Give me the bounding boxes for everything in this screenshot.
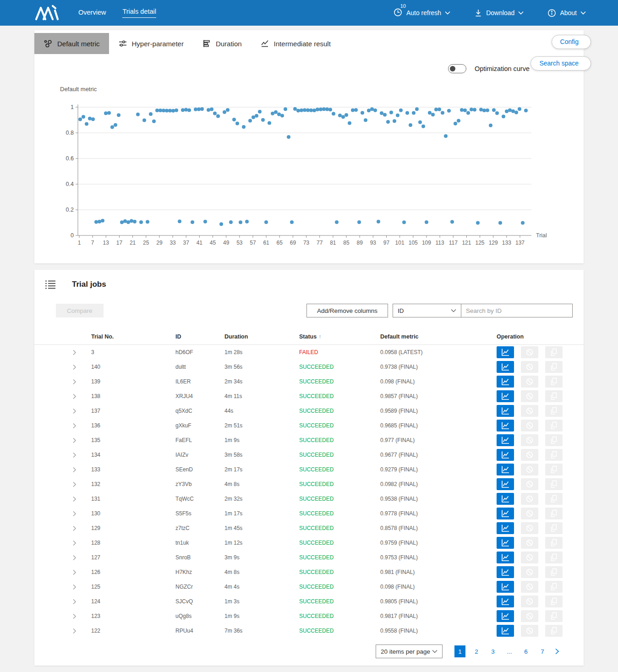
expand-row-button[interactable]: [46, 599, 91, 605]
show-intermediate-button[interactable]: [497, 434, 514, 446]
scatter-point[interactable]: [428, 111, 432, 115]
scatter-point[interactable]: [152, 120, 156, 123]
scatter-point[interactable]: [255, 114, 258, 118]
scatter-point[interactable]: [361, 111, 364, 115]
scatter-point[interactable]: [287, 135, 290, 139]
scatter-point[interactable]: [431, 113, 435, 116]
scatter-point[interactable]: [463, 109, 467, 112]
copy-trial-button[interactable]: [545, 434, 563, 446]
scatter-point[interactable]: [412, 111, 416, 115]
scatter-point[interactable]: [133, 220, 137, 224]
scatter-point[interactable]: [165, 109, 169, 113]
expand-row-button[interactable]: [46, 379, 91, 385]
scatter-point[interactable]: [277, 112, 281, 116]
scatter-point[interactable]: [505, 109, 509, 113]
scatter-point[interactable]: [514, 111, 518, 115]
scatter-point[interactable]: [229, 220, 233, 224]
kill-trial-button[interactable]: [521, 449, 538, 461]
column-header-trial-no[interactable]: Trial No.: [91, 333, 175, 340]
column-header-duration[interactable]: Duration: [224, 333, 299, 340]
scatter-point[interactable]: [252, 115, 255, 119]
scatter-point[interactable]: [364, 118, 367, 122]
scatter-point[interactable]: [351, 108, 355, 112]
show-intermediate-button[interactable]: [497, 405, 514, 417]
scatter-point[interactable]: [216, 115, 220, 118]
scatter-point[interactable]: [454, 122, 457, 126]
expand-row-button[interactable]: [46, 452, 91, 458]
show-intermediate-button[interactable]: [497, 346, 514, 358]
show-intermediate-button[interactable]: [497, 508, 514, 519]
scatter-point[interactable]: [213, 111, 217, 115]
scatter-point[interactable]: [380, 111, 383, 115]
scatter-point[interactable]: [502, 115, 505, 118]
scatter-point[interactable]: [245, 220, 249, 224]
kill-trial-button[interactable]: [521, 405, 538, 417]
kill-trial-button[interactable]: [521, 625, 538, 637]
expand-row-button[interactable]: [46, 408, 91, 414]
scatter-point[interactable]: [325, 107, 329, 111]
scatter-point[interactable]: [377, 220, 380, 224]
scatter-point[interactable]: [194, 108, 197, 111]
scatter-point[interactable]: [82, 115, 85, 119]
scatter-point[interactable]: [492, 108, 496, 112]
scatter-point[interactable]: [239, 220, 242, 224]
scatter-point[interactable]: [85, 122, 88, 126]
scatter-point[interactable]: [328, 108, 332, 111]
scatter-point[interactable]: [191, 220, 194, 224]
page-number-2[interactable]: 2: [471, 645, 482, 657]
copy-trial-button[interactable]: [545, 493, 563, 505]
nav-trials-detail[interactable]: Trials detail: [122, 8, 156, 18]
scatter-point[interactable]: [303, 108, 306, 112]
show-intermediate-button[interactable]: [497, 522, 514, 534]
kill-trial-button[interactable]: [521, 346, 538, 358]
page-number-1[interactable]: 1: [454, 645, 465, 657]
scatter-point[interactable]: [178, 219, 181, 223]
scatter-point[interactable]: [168, 109, 172, 113]
search-space-button[interactable]: Search space: [530, 56, 591, 71]
scatter-point[interactable]: [114, 123, 117, 127]
scatter-point[interactable]: [136, 113, 140, 116]
scatter-point[interactable]: [88, 117, 92, 120]
scatter-point[interactable]: [268, 121, 271, 125]
scatter-point[interactable]: [319, 108, 323, 111]
copy-trial-button[interactable]: [545, 610, 563, 622]
copy-trial-button[interactable]: [545, 478, 563, 490]
scatter-point[interactable]: [232, 118, 236, 121]
scatter-point[interactable]: [139, 220, 143, 224]
scatter-point[interactable]: [290, 220, 294, 224]
auto-refresh-menu[interactable]: 10 Auto refresh: [393, 7, 450, 18]
kill-trial-button[interactable]: [521, 566, 538, 578]
scatter-point[interactable]: [120, 220, 124, 224]
scatter-point[interactable]: [149, 112, 153, 116]
kill-trial-button[interactable]: [521, 581, 538, 593]
scatter-point[interactable]: [486, 109, 489, 112]
scatter-point[interactable]: [306, 108, 310, 112]
scatter-point[interactable]: [521, 221, 525, 225]
scatter-point[interactable]: [248, 119, 252, 122]
scatter-point[interactable]: [470, 108, 473, 111]
scatter-point[interactable]: [181, 108, 185, 112]
scatter-point[interactable]: [370, 107, 374, 111]
scatter-point[interactable]: [316, 108, 319, 111]
kill-trial-button[interactable]: [521, 434, 538, 446]
scatter-point[interactable]: [223, 110, 226, 114]
scatter-point[interactable]: [393, 119, 396, 123]
scatter-point[interactable]: [389, 110, 393, 114]
expand-row-button[interactable]: [46, 628, 91, 634]
scatter-point[interactable]: [338, 114, 342, 117]
expand-row-button[interactable]: [46, 393, 91, 399]
expand-row-button[interactable]: [46, 613, 91, 619]
scatter-point[interactable]: [425, 220, 428, 224]
expand-row-button[interactable]: [46, 364, 91, 370]
scatter-point[interactable]: [418, 120, 422, 124]
tab-default-metric[interactable]: Default metric: [34, 33, 109, 54]
scatter-point[interactable]: [466, 111, 470, 115]
scatter-point[interactable]: [524, 109, 528, 112]
page-number-6[interactable]: 6: [520, 645, 531, 657]
expand-row-button[interactable]: [46, 540, 91, 546]
copy-trial-button[interactable]: [545, 449, 563, 461]
scatter-point[interactable]: [348, 121, 351, 125]
download-menu[interactable]: Download: [474, 9, 524, 17]
scatter-point[interactable]: [367, 109, 371, 112]
show-intermediate-button[interactable]: [497, 596, 514, 607]
